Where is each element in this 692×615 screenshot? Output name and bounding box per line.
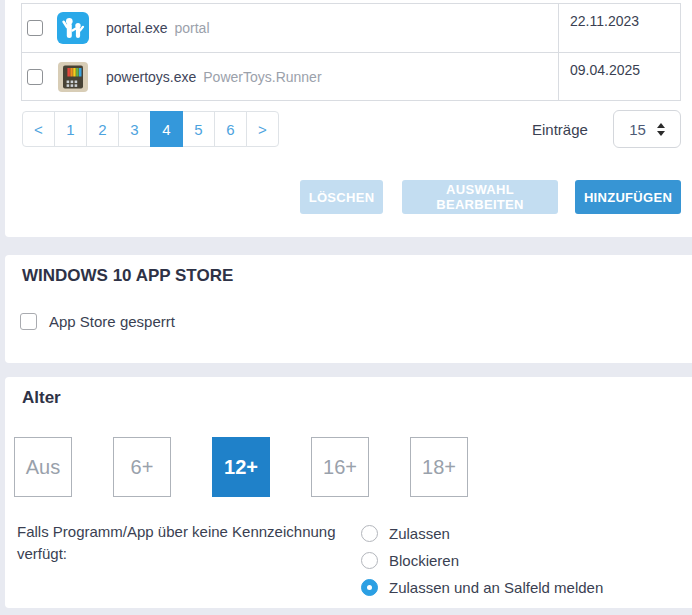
no-rating-label: Falls Programm/App über keine Kennzeichn… bbox=[17, 521, 352, 565]
app-date: 09.04.2025 bbox=[558, 53, 680, 100]
pagination-page-5[interactable]: 5 bbox=[182, 111, 215, 147]
pagination-page-4-active[interactable]: 4 bbox=[150, 111, 183, 147]
entries-per-page-select[interactable]: 15 bbox=[613, 110, 681, 148]
spinner-icon bbox=[657, 123, 665, 136]
age-option-18[interactable]: 18+ bbox=[410, 437, 468, 497]
table-row: powertoys.exePowerToys.Runner 09.04.2025 bbox=[22, 52, 680, 100]
pagination-page-1[interactable]: 1 bbox=[54, 111, 87, 147]
age-card: Alter Aus 6+ 12+ 16+ 18+ Falls Programm/… bbox=[5, 377, 692, 608]
age-section-title: Alter bbox=[22, 388, 61, 408]
pagination-next[interactable]: > bbox=[246, 111, 279, 147]
app-filter-settings-page: portal.exeportal 22.11.2023 bbox=[0, 0, 692, 615]
radio-selected-icon[interactable] bbox=[361, 579, 378, 596]
table-row: portal.exeportal 22.11.2023 bbox=[22, 4, 680, 52]
age-option-6[interactable]: 6+ bbox=[113, 437, 171, 497]
row-checkbox[interactable] bbox=[27, 69, 43, 85]
app-display-name: PowerToys.Runner bbox=[203, 69, 321, 85]
app-store-card: WINDOWS 10 APP STORE App Store gesperrt bbox=[5, 255, 692, 363]
radio-icon[interactable] bbox=[361, 525, 378, 542]
app-file-name: portal.exe bbox=[106, 20, 167, 36]
entries-label: Einträge bbox=[532, 121, 588, 138]
app-store-blocked-label: App Store gesperrt bbox=[49, 313, 175, 330]
pagination: < 1 2 3 4 5 6 > bbox=[22, 111, 279, 147]
powertoys-icon bbox=[57, 61, 89, 93]
delete-button[interactable]: LÖSCHEN bbox=[300, 180, 383, 214]
app-date: 22.11.2023 bbox=[558, 4, 680, 52]
edit-selection-button[interactable]: AUSWAHL BEARBEITEN bbox=[402, 180, 558, 214]
radio-option-zulassen-melden-selected[interactable]: Zulassen und an Salfeld melden bbox=[361, 579, 603, 596]
pagination-prev[interactable]: < bbox=[22, 111, 55, 147]
app-display-name: portal bbox=[174, 20, 209, 36]
no-rating-radio-group: Zulassen Blockieren Zulassen und an Salf… bbox=[361, 525, 603, 596]
age-option-12-active[interactable]: 12+ bbox=[212, 437, 270, 497]
app-store-blocked-row[interactable]: App Store gesperrt bbox=[20, 313, 175, 330]
app-file-name: powertoys.exe bbox=[106, 69, 196, 85]
app-table: portal.exeportal 22.11.2023 bbox=[21, 3, 681, 101]
pagination-page-6[interactable]: 6 bbox=[214, 111, 247, 147]
radio-option-zulassen[interactable]: Zulassen bbox=[361, 525, 603, 542]
portal-icon bbox=[57, 12, 89, 44]
app-store-blocked-checkbox[interactable] bbox=[20, 313, 37, 330]
age-options: Aus 6+ 12+ 16+ 18+ bbox=[14, 437, 468, 497]
pagination-page-2[interactable]: 2 bbox=[86, 111, 119, 147]
row-checkbox[interactable] bbox=[27, 20, 43, 36]
app-list-card: portal.exeportal 22.11.2023 bbox=[5, 0, 692, 237]
age-option-16[interactable]: 16+ bbox=[311, 437, 369, 497]
age-option-aus[interactable]: Aus bbox=[14, 437, 72, 497]
entries-value: 15 bbox=[629, 121, 646, 138]
radio-icon[interactable] bbox=[361, 552, 378, 569]
add-button[interactable]: HINZUFÜGEN bbox=[575, 180, 681, 214]
app-store-section-title: WINDOWS 10 APP STORE bbox=[22, 266, 233, 286]
pagination-page-3[interactable]: 3 bbox=[118, 111, 151, 147]
radio-option-blockieren[interactable]: Blockieren bbox=[361, 552, 603, 569]
